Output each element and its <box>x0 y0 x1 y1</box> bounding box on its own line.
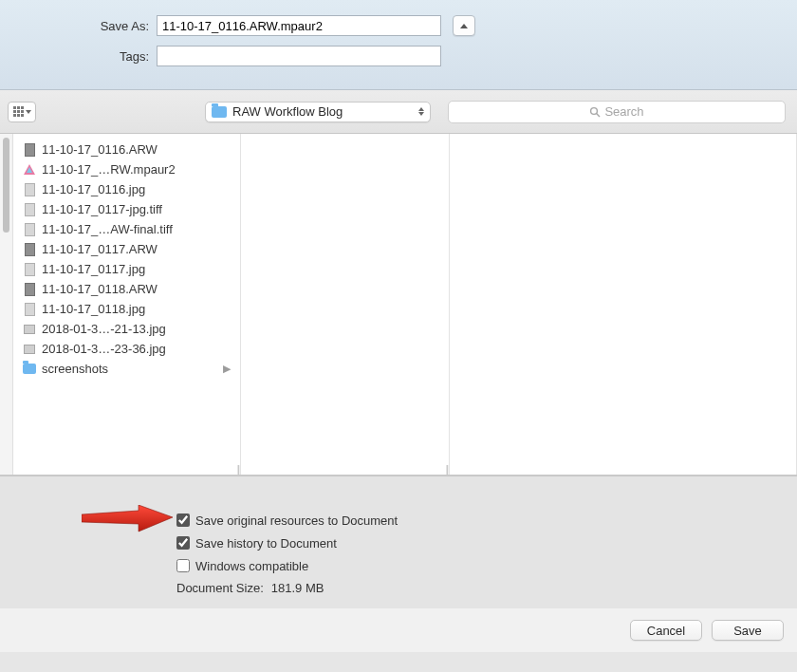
tags-label: Tags: <box>0 49 157 64</box>
scrollbar-thumb[interactable] <box>3 138 9 233</box>
windows-compatible-label: Windows compatible <box>195 559 308 573</box>
file-row[interactable]: 11-10-17_0116.ARW <box>17 140 236 159</box>
search-placeholder: Search <box>604 104 643 119</box>
raw-file-icon <box>23 242 36 257</box>
file-row[interactable]: 11-10-17_…AW-final.tiff <box>17 219 236 239</box>
file-row[interactable]: 11-10-17_0117-jpg.tiff <box>17 199 236 219</box>
save-resources-label: Save original resources to Document <box>195 513 398 528</box>
windows-compatible-checkbox[interactable] <box>176 559 190 572</box>
file-row[interactable]: 11-10-17_0118.ARW <box>17 279 236 299</box>
file-name: 11-10-17_0116.ARW <box>42 142 231 157</box>
file-name: 11-10-17_0118.jpg <box>42 302 231 316</box>
file-name: 11-10-17_…AW-final.tiff <box>42 222 231 236</box>
svg-line-1 <box>597 113 600 116</box>
windows-compatible-option[interactable]: Windows compatible <box>0 554 797 577</box>
file-icon <box>23 262 36 277</box>
folder-selector-label: RAW Workflow Blog <box>232 104 418 119</box>
file-name: 11-10-17_0118.ARW <box>42 282 231 296</box>
image-file-icon <box>23 322 36 337</box>
save-button-label: Save <box>733 624 762 638</box>
file-name: 2018-01-3…-23-36.jpg <box>42 342 231 356</box>
save-dialog-header: Save As: Tags: <box>0 0 797 90</box>
file-name: 11-10-17_0116.jpg <box>42 182 231 196</box>
document-size-label: Document Size: <box>176 581 264 595</box>
file-row[interactable]: 11-10-17_0118.jpg <box>17 299 236 319</box>
column-resize-handle[interactable]: || <box>446 464 447 475</box>
save-history-option[interactable]: Save history to Document <box>0 532 797 554</box>
file-name: 11-10-17_0117-jpg.tiff <box>42 202 231 216</box>
chevron-up-icon <box>460 24 468 28</box>
save-resources-checkbox[interactable] <box>176 513 190 527</box>
folder-icon <box>212 106 227 118</box>
svg-point-0 <box>591 107 598 114</box>
updown-stepper-icon <box>418 107 424 116</box>
grid-icon <box>13 106 24 117</box>
save-as-label: Save As: <box>0 19 157 33</box>
file-name: 11-10-17_0117.jpg <box>42 262 231 276</box>
raw-file-icon <box>23 142 36 158</box>
save-button[interactable]: Save <box>712 620 784 641</box>
document-size-value: 181.9 MB <box>271 581 324 595</box>
save-as-input[interactable] <box>157 15 441 36</box>
file-row[interactable]: 11-10-17_…RW.mpaur2 <box>17 159 236 179</box>
file-row[interactable]: screenshots▶ <box>17 359 236 379</box>
file-name: screenshots <box>42 362 217 376</box>
expand-collapse-button[interactable] <box>453 15 475 36</box>
file-icon <box>23 182 36 197</box>
view-mode-dropdown[interactable] <box>8 102 36 122</box>
scrollbar[interactable] <box>0 134 13 475</box>
browser-column-3 <box>450 134 797 475</box>
file-name: 2018-01-3…-21-13.jpg <box>42 322 231 336</box>
search-icon <box>589 106 601 118</box>
folder-selector[interactable]: RAW Workflow Blog <box>205 102 431 122</box>
save-options-panel: Save original resources to Document Save… <box>0 476 797 608</box>
chevron-right-icon: ▶ <box>223 363 231 375</box>
file-name: 11-10-17_…RW.mpaur2 <box>42 162 231 177</box>
image-file-icon <box>23 342 36 357</box>
save-history-label: Save history to Document <box>195 536 337 551</box>
raw-file-icon <box>23 282 36 297</box>
save-history-checkbox[interactable] <box>176 536 190 550</box>
chevron-down-icon <box>26 110 31 114</box>
cancel-button-label: Cancel <box>647 624 685 638</box>
dialog-footer: Cancel Save <box>0 608 797 652</box>
search-input[interactable]: Search <box>448 101 786 123</box>
column-resize-handle[interactable]: || <box>237 464 238 475</box>
file-list-column: 11-10-17_0116.ARW11-10-17_…RW.mpaur211-1… <box>13 134 241 475</box>
file-row[interactable]: 11-10-17_0117.jpg <box>17 259 236 279</box>
file-icon <box>23 222 36 237</box>
column-browser: 11-10-17_0116.ARW11-10-17_…RW.mpaur211-1… <box>0 134 797 476</box>
location-toolbar: RAW Workflow Blog Search <box>0 90 797 134</box>
cancel-button[interactable]: Cancel <box>630 620 702 641</box>
file-row[interactable]: 11-10-17_0117.ARW <box>17 239 236 259</box>
browser-column-2: || <box>241 134 450 475</box>
file-name: 11-10-17_0117.ARW <box>42 242 231 256</box>
file-icon <box>23 202 36 217</box>
folder-icon <box>23 362 36 377</box>
file-row[interactable]: 2018-01-3…-21-13.jpg <box>17 319 236 339</box>
project-file-icon <box>23 162 36 177</box>
file-icon <box>23 302 36 317</box>
file-row[interactable]: 11-10-17_0116.jpg <box>17 179 236 199</box>
file-row[interactable]: 2018-01-3…-23-36.jpg <box>17 339 236 359</box>
save-resources-option[interactable]: Save original resources to Document <box>0 509 797 532</box>
tags-input[interactable] <box>157 46 441 66</box>
